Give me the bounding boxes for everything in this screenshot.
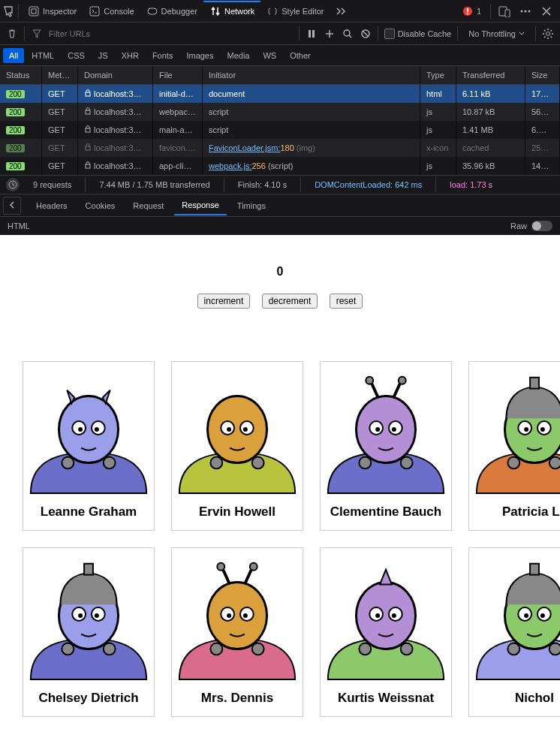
svg-rect-5 <box>467 8 468 12</box>
svg-rect-21 <box>86 164 90 168</box>
network-sub-toolbar: Disable Cache No Throttling <box>0 23 560 45</box>
filter-tab-css[interactable]: CSS <box>62 48 91 63</box>
svg-point-24 <box>62 457 74 469</box>
user-name: Chelsey Dietrich <box>23 680 154 716</box>
raw-toggle[interactable] <box>531 221 552 231</box>
filter-tab-html[interactable]: HTML <box>26 48 60 63</box>
svg-point-66 <box>95 613 99 618</box>
svg-point-9 <box>521 10 523 12</box>
summary-transferred: 7.44 MB / 1.75 MB transferred <box>99 180 209 189</box>
filter-tab-js[interactable]: JS <box>92 48 114 63</box>
tab-style-editor[interactable]: Style Editor <box>260 2 330 20</box>
user-card[interactable]: Nichol <box>468 547 560 717</box>
svg-point-55 <box>524 427 528 432</box>
svg-point-36 <box>227 427 231 432</box>
user-card[interactable]: Clementine Bauch <box>320 361 452 531</box>
user-card[interactable]: Kurtis Weissnat <box>320 547 452 717</box>
back-arrow-icon[interactable] <box>3 197 21 215</box>
detail-tab-timings[interactable]: Timings <box>230 197 273 215</box>
user-card[interactable]: Leanne Graham <box>23 361 155 531</box>
svg-rect-3 <box>148 8 157 14</box>
svg-point-71 <box>217 563 224 571</box>
user-card[interactable]: Ervin Howell <box>171 361 303 531</box>
svg-point-38 <box>243 427 248 432</box>
svg-point-14 <box>344 30 350 36</box>
detail-tab-request[interactable]: Request <box>125 197 171 215</box>
detail-tab-cookies[interactable]: Cookies <box>78 197 123 215</box>
network-summary-bar: 9 requests 7.44 MB / 1.75 MB transferred… <box>0 175 560 194</box>
svg-point-82 <box>375 613 380 618</box>
tab-console[interactable]: Console <box>83 2 140 20</box>
table-row[interactable]: 200GETlocalhost:3…main-app.jsscriptjs1.4… <box>0 121 560 139</box>
block-icon[interactable] <box>360 28 372 40</box>
svg-point-64 <box>78 613 83 618</box>
filter-tab-other[interactable]: Other <box>284 48 317 63</box>
avatar <box>321 362 451 494</box>
col-header-file[interactable]: File <box>153 66 203 84</box>
add-icon[interactable] <box>324 28 336 40</box>
raw-label: Raw <box>510 221 527 230</box>
table-row[interactable]: 200GETlocalhost:3…favicon.icoFaviconLoad… <box>0 139 560 157</box>
perf-icon[interactable] <box>6 178 20 191</box>
tab-inspector[interactable]: Inspector <box>22 2 83 20</box>
svg-point-44 <box>399 377 406 384</box>
disable-cache-checkbox[interactable]: Disable Cache <box>384 29 452 39</box>
filter-tab-ws[interactable]: WS <box>257 48 282 63</box>
user-card[interactable]: Chelsey Dietrich <box>23 547 155 717</box>
col-header-domain[interactable]: Domain <box>78 66 153 84</box>
svg-point-60 <box>104 643 116 655</box>
error-badge[interactable]: 1 <box>456 2 487 20</box>
svg-point-46 <box>375 427 380 432</box>
avatar <box>469 548 560 680</box>
filter-tab-all[interactable]: All <box>3 48 24 63</box>
svg-point-10 <box>525 10 527 12</box>
increment-button[interactable]: increment <box>197 294 251 309</box>
search-icon[interactable] <box>342 28 354 40</box>
gear-icon[interactable] <box>542 28 554 40</box>
svg-point-91 <box>524 613 528 618</box>
svg-point-50 <box>507 457 519 469</box>
tab-network[interactable]: Network <box>203 1 260 20</box>
tabs-overflow-icon[interactable] <box>330 5 354 18</box>
meatball-menu-icon[interactable] <box>519 5 531 17</box>
trash-icon[interactable] <box>6 28 18 40</box>
filter-icon[interactable] <box>31 28 43 40</box>
col-header-size[interactable]: Size <box>525 66 560 84</box>
col-header-type[interactable]: Type <box>420 66 456 84</box>
throttling-dropdown[interactable]: No Throttling <box>464 28 529 40</box>
filter-type-tabs: All HTML CSS JS XHR Fonts Images Media W… <box>0 45 560 66</box>
svg-point-25 <box>104 457 116 469</box>
table-row[interactable]: 200GETlocalhost:3…webpack.jsscriptjs10.8… <box>0 103 560 121</box>
user-name: Patricia Le <box>469 494 560 530</box>
filter-tab-fonts[interactable]: Fonts <box>146 48 179 63</box>
avatar <box>23 362 154 494</box>
col-header-initiator[interactable]: Initiator <box>203 66 420 84</box>
svg-point-16 <box>546 32 550 35</box>
filter-tab-xhr[interactable]: XHR <box>116 48 145 63</box>
filter-url-input[interactable] <box>49 29 293 38</box>
table-row[interactable]: 200GETlocalhost:3…app-client-iwebpack.js… <box>0 157 560 175</box>
detail-tab-response[interactable]: Response <box>174 196 227 215</box>
rdm-icon[interactable] <box>498 5 510 17</box>
table-row[interactable]: 200GETlocalhost:3…initial-datadocumentht… <box>0 85 560 103</box>
tab-debugger[interactable]: Debugger <box>140 2 203 20</box>
filter-tab-media[interactable]: Media <box>221 48 255 63</box>
col-header-transferred[interactable]: Transferred <box>456 66 525 84</box>
pause-icon[interactable] <box>306 28 318 40</box>
col-header-method[interactable]: Meth… <box>42 66 78 84</box>
svg-rect-17 <box>86 92 90 96</box>
decrement-button[interactable]: decrement <box>262 294 318 309</box>
col-header-status[interactable]: Status <box>0 66 42 84</box>
avatar <box>321 548 451 680</box>
reset-button[interactable]: reset <box>330 294 363 309</box>
user-card[interactable]: Patricia Le <box>468 361 560 531</box>
devtools-main-toolbar: Inspector Console Debugger Network Style… <box>0 0 560 23</box>
close-icon[interactable] <box>540 5 552 17</box>
response-header-bar: HTML Raw <box>0 217 560 235</box>
filter-tab-images[interactable]: Images <box>180 48 219 63</box>
user-card[interactable]: Mrs. Dennis <box>171 547 303 717</box>
svg-point-86 <box>507 643 519 655</box>
pick-element-icon[interactable] <box>3 5 15 17</box>
detail-tab-headers[interactable]: Headers <box>29 197 75 215</box>
svg-point-80 <box>356 582 415 649</box>
